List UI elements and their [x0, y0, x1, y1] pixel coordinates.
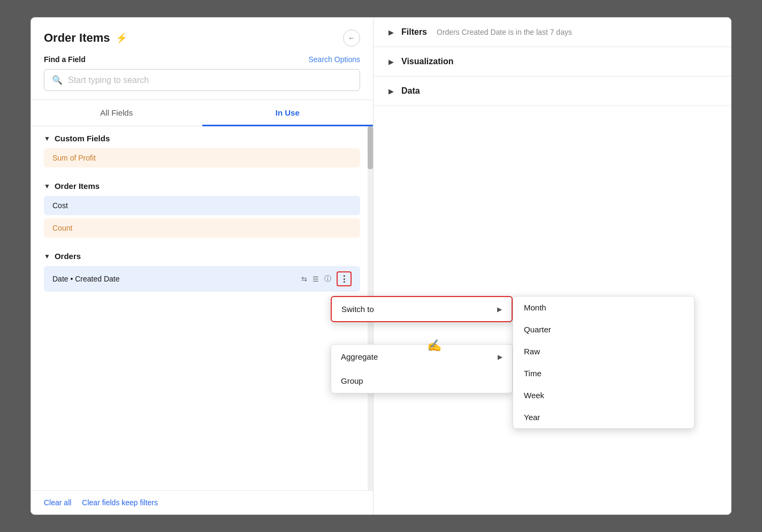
tabs-row: All Fields In Use: [31, 100, 373, 126]
switch-to-arrow: ▶: [497, 306, 502, 313]
group-label-custom-fields: Custom Fields: [55, 134, 110, 143]
group-item[interactable]: Group: [331, 369, 512, 393]
section-arrow-data: ▶: [388, 87, 394, 95]
left-panel: Order Items ⚡ ← Find a Field Search Opti…: [31, 18, 374, 514]
chevron-down-icon-2: ▼: [44, 183, 50, 190]
search-options-link[interactable]: Search Options: [309, 55, 361, 64]
field-sum-of-profit[interactable]: Sum of Profit: [44, 148, 360, 168]
group-custom-fields: ▼ Custom Fields Sum of Profit: [31, 126, 373, 174]
group-label-order-items: Order Items: [55, 181, 100, 191]
find-field-row: Find a Field Search Options: [44, 55, 360, 64]
field-cost[interactable]: Cost: [44, 196, 360, 215]
aggregate-label: Aggregate: [341, 352, 378, 361]
group-header-custom-fields[interactable]: ▼ Custom Fields: [44, 134, 360, 143]
clear-all-link[interactable]: Clear all: [44, 498, 71, 507]
section-visualization[interactable]: ▶ Visualization: [374, 47, 731, 77]
field-date-created[interactable]: Date • Created Date ⇆ ☰ ⓘ ⋮: [44, 266, 360, 292]
chevron-down-icon-3: ▼: [44, 253, 50, 260]
fields-area: ▼ Custom Fields Sum of Profit ▼ Order It…: [31, 126, 373, 490]
find-label: Find a Field: [44, 55, 86, 64]
info-icon[interactable]: ⓘ: [324, 274, 331, 284]
group-orders: ▼ Orders Date • Created Date ⇆ ☰ ⓘ ⋮: [31, 244, 373, 298]
clear-fields-keep-filters-link[interactable]: Clear fields keep filters: [82, 498, 158, 507]
switch-to-label: Switch to: [341, 305, 374, 314]
field-count[interactable]: Count: [44, 218, 360, 238]
aggregate-item[interactable]: Aggregate ▶: [331, 345, 512, 369]
submenu-raw[interactable]: Raw: [513, 340, 694, 362]
search-icon: 🔍: [52, 75, 63, 85]
panel-title: Order Items ⚡: [44, 31, 127, 45]
submenu-year[interactable]: Year: [513, 406, 694, 428]
right-panel: ▶ Filters Orders Created Date is in the …: [374, 18, 731, 514]
chevron-down-icon: ▼: [44, 135, 50, 142]
date-created-label: Date • Created Date: [52, 275, 120, 283]
aggregate-group-menu[interactable]: Aggregate ▶ Group: [331, 344, 513, 393]
section-title-data: Data: [401, 86, 420, 96]
search-box[interactable]: 🔍 Start typing to search: [44, 69, 360, 91]
group-header-orders[interactable]: ▼ Orders: [44, 252, 360, 261]
group-label-orders: Orders: [55, 252, 81, 261]
section-arrow-filters: ▶: [388, 28, 394, 36]
submenu-time[interactable]: Time: [513, 362, 694, 384]
switch-to-menu[interactable]: Switch to ▶: [331, 296, 513, 322]
submenu-week[interactable]: Week: [513, 384, 694, 406]
submenu-month[interactable]: Month: [513, 297, 694, 318]
lightning-icon[interactable]: ⚡: [116, 32, 127, 44]
left-footer: Clear all Clear fields keep filters: [31, 490, 373, 514]
section-title-filters: Filters: [401, 27, 427, 37]
swap-icon[interactable]: ⇆: [301, 275, 307, 283]
search-placeholder: Start typing to search: [68, 75, 149, 85]
section-title-viz: Visualization: [401, 57, 454, 66]
filter-icon[interactable]: ☰: [313, 275, 319, 283]
main-window: Order Items ⚡ ← Find a Field Search Opti…: [31, 17, 731, 515]
title-text: Order Items: [44, 31, 110, 45]
tab-in-use[interactable]: In Use: [202, 101, 374, 126]
left-header: Order Items ⚡ ← Find a Field Search Opti…: [31, 18, 373, 100]
group-label: Group: [341, 376, 363, 385]
scrollbar-thumb[interactable]: [368, 126, 373, 169]
section-filters[interactable]: ▶ Filters Orders Created Date is in the …: [374, 18, 731, 47]
date-row-icons: ⇆ ☰ ⓘ ⋮: [301, 271, 352, 286]
switch-to-submenu[interactable]: Month Quarter Raw Time Week Year: [513, 296, 695, 429]
three-dots-button[interactable]: ⋮: [337, 271, 352, 286]
switch-to-item[interactable]: Switch to ▶: [332, 297, 512, 321]
back-button[interactable]: ←: [343, 29, 360, 47]
tab-all-fields[interactable]: All Fields: [31, 101, 202, 126]
group-order-items: ▼ Order Items Cost Count: [31, 174, 373, 244]
title-row: Order Items ⚡ ←: [44, 29, 360, 47]
filter-description: Orders Created Date is in the last 7 day…: [437, 28, 572, 36]
submenu-quarter[interactable]: Quarter: [513, 318, 694, 340]
section-arrow-viz: ▶: [388, 58, 394, 66]
aggregate-arrow: ▶: [498, 353, 502, 361]
group-header-order-items[interactable]: ▼ Order Items: [44, 181, 360, 191]
section-data[interactable]: ▶ Data: [374, 77, 731, 106]
